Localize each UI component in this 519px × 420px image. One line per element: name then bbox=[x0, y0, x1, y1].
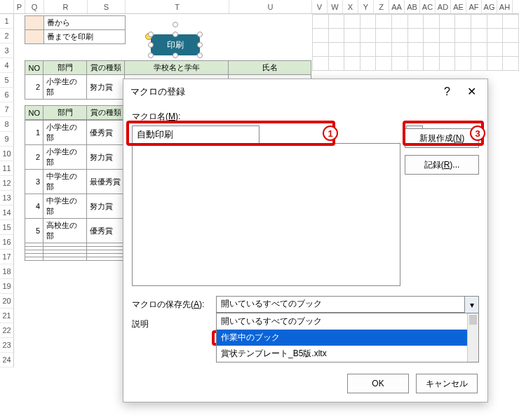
row-header[interactable]: 14 bbox=[0, 205, 14, 220]
row-header[interactable]: 10 bbox=[0, 147, 14, 161]
row-header[interactable]: 19 bbox=[0, 279, 14, 294]
row-header[interactable]: 23 bbox=[0, 338, 14, 353]
save-location-dropdown[interactable]: 開いているすべてのブック 作業中のブック 賞状テンプレート_B5版.xltx bbox=[216, 313, 479, 363]
dropdown-option[interactable]: 賞状テンプレート_B5版.xltx bbox=[217, 346, 478, 362]
table-row[interactable] bbox=[25, 257, 125, 261]
resize-handle[interactable] bbox=[148, 32, 154, 37]
row-header[interactable]: 20 bbox=[0, 294, 14, 309]
resize-handle[interactable] bbox=[148, 53, 154, 58]
col-Q[interactable]: Q bbox=[25, 0, 44, 13]
t1-hdr-name: 氏名 bbox=[229, 61, 311, 75]
row-header[interactable]: 7 bbox=[0, 102, 14, 117]
row-header[interactable]: 17 bbox=[0, 250, 14, 264]
row-header[interactable]: 2 bbox=[0, 29, 14, 43]
col-U[interactable]: U bbox=[229, 0, 312, 13]
row-header[interactable]: 9 bbox=[0, 132, 14, 147]
dropdown-option-selected[interactable]: 作業中のブック bbox=[217, 330, 478, 346]
label-to: 番までを印刷 bbox=[44, 30, 126, 44]
dialog-title: マクロの登録 bbox=[130, 86, 185, 98]
col-R[interactable]: R bbox=[44, 0, 88, 13]
record-button[interactable]: 記録(R)... bbox=[405, 155, 479, 175]
row-header[interactable]: 21 bbox=[0, 309, 14, 323]
macro-list[interactable] bbox=[132, 143, 400, 286]
row-header[interactable]: 16 bbox=[0, 235, 14, 250]
help-button[interactable]: ? bbox=[440, 86, 454, 98]
macro-name-label: マクロ名(M): bbox=[132, 111, 479, 123]
chevron-down-icon[interactable]: ▾ bbox=[464, 297, 478, 313]
col-AB[interactable]: AB bbox=[405, 0, 420, 13]
cancel-button[interactable]: キャンセル bbox=[416, 374, 478, 393]
row-header[interactable]: 15 bbox=[0, 220, 14, 235]
table-row[interactable]: 2小学生の部努力賞 bbox=[25, 145, 125, 170]
resize-handle[interactable] bbox=[148, 42, 154, 48]
ok-button[interactable]: OK bbox=[347, 374, 409, 393]
col-T[interactable]: T bbox=[126, 0, 229, 13]
col-Z[interactable]: Z bbox=[374, 0, 389, 13]
row-header[interactable]: 4 bbox=[0, 58, 14, 73]
col-P[interactable]: P bbox=[14, 0, 25, 13]
col-AE[interactable]: AE bbox=[451, 0, 466, 13]
combo-selected-text: 開いているすべてのブック bbox=[221, 299, 322, 309]
row-header[interactable]: 5 bbox=[0, 73, 14, 88]
description-label: 説明 bbox=[132, 318, 209, 369]
t1-hdr-type: 賞の種類 bbox=[87, 61, 125, 75]
column-headers: P Q R S T U V W X Y Z AA AB AC AD AE AF … bbox=[0, 0, 519, 14]
col-AD[interactable]: AD bbox=[436, 0, 451, 13]
row-header[interactable]: 6 bbox=[0, 88, 14, 102]
row-header[interactable]: 3 bbox=[0, 43, 14, 58]
row-header[interactable]: 22 bbox=[0, 323, 14, 338]
close-icon[interactable]: ✕ bbox=[463, 85, 480, 98]
print-shape[interactable]: 印刷 bbox=[151, 34, 200, 55]
t1-hdr-no: NO bbox=[25, 61, 43, 75]
table-row[interactable]: 1小学生の部優秀賞 bbox=[25, 121, 125, 145]
row-header[interactable]: 1 bbox=[0, 14, 14, 29]
row-header[interactable]: 18 bbox=[0, 264, 14, 279]
col-S[interactable]: S bbox=[88, 0, 126, 13]
t2-hdr-type: 賞の種類 bbox=[87, 106, 125, 120]
col-V[interactable]: V bbox=[312, 0, 328, 13]
t1-hdr-school: 学校名と学年 bbox=[125, 61, 229, 75]
resize-handle[interactable] bbox=[173, 53, 178, 58]
row-header[interactable]: 24 bbox=[0, 353, 14, 367]
col-AC[interactable]: AC bbox=[420, 0, 436, 13]
label-from: 番から bbox=[44, 16, 126, 30]
col-AA[interactable]: AA bbox=[389, 0, 405, 13]
save-location-label: マクロの保存先(A): bbox=[132, 299, 209, 311]
resize-handle[interactable] bbox=[197, 42, 203, 48]
col-AH[interactable]: AH bbox=[497, 0, 513, 13]
row-header[interactable]: 11 bbox=[0, 161, 14, 176]
col-X[interactable]: X bbox=[343, 0, 358, 13]
t2-hdr-no: NO bbox=[25, 106, 43, 120]
resize-handle[interactable] bbox=[197, 53, 203, 58]
col-AF[interactable]: AF bbox=[466, 0, 482, 13]
save-location-combo[interactable]: 開いているすべてのブック ▾ 開いているすべてのブック 作業中のブック 賞状テン… bbox=[216, 296, 479, 313]
print-shape-label: 印刷 bbox=[167, 39, 184, 51]
scrollbar[interactable] bbox=[467, 313, 478, 362]
col-W[interactable]: W bbox=[328, 0, 343, 13]
dropdown-option[interactable]: 開いているすべてのブック bbox=[217, 313, 478, 330]
assign-macro-dialog: マクロの登録 ? ✕ マクロ名(M): ↑ 新規作成(N) 記録(R)... マ… bbox=[123, 79, 488, 402]
col-AG[interactable]: AG bbox=[482, 0, 497, 13]
t1-hdr-dept: 部門 bbox=[43, 61, 87, 75]
rotate-handle-icon[interactable] bbox=[173, 22, 178, 27]
row-header[interactable]: 8 bbox=[0, 117, 14, 132]
row-header[interactable]: 13 bbox=[0, 191, 14, 205]
col-Y[interactable]: Y bbox=[358, 0, 374, 13]
table-row[interactable]: 3中学生の部最優秀賞 bbox=[25, 170, 125, 194]
new-button[interactable]: 新規作成(N) bbox=[405, 128, 479, 148]
macro-name-input[interactable] bbox=[132, 126, 260, 144]
row-header[interactable]: 12 bbox=[0, 176, 14, 191]
table-row[interactable]: 5高校生の部優秀賞 bbox=[25, 219, 125, 243]
row-headers: 123456789101112131415161718192021222324 bbox=[0, 14, 14, 367]
table-row[interactable]: 4中学生の部努力賞 bbox=[25, 194, 125, 219]
t2-hdr-dept: 部門 bbox=[43, 106, 87, 120]
resize-handle[interactable] bbox=[173, 32, 178, 37]
resize-handle[interactable] bbox=[197, 32, 203, 37]
